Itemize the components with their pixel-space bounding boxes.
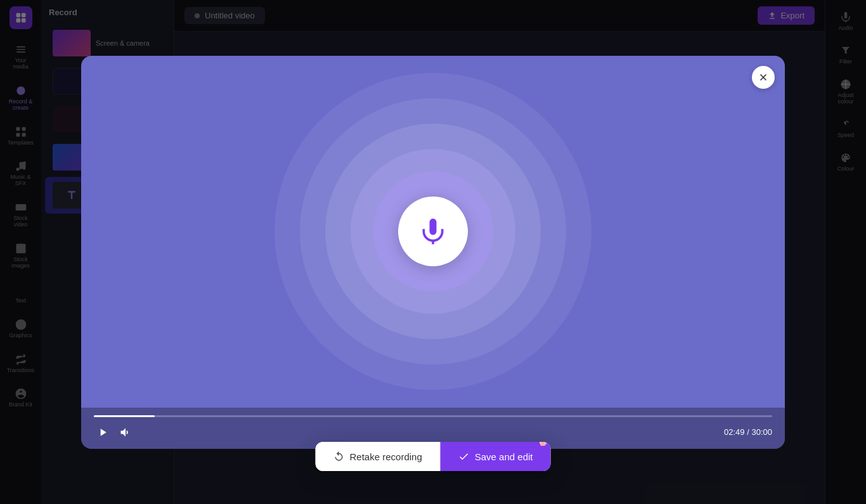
volume-button[interactable] bbox=[119, 426, 132, 439]
svg-rect-16 bbox=[540, 442, 541, 444]
svg-rect-15 bbox=[540, 442, 546, 446]
progress-bar-track[interactable] bbox=[94, 415, 772, 417]
play-button[interactable] bbox=[94, 423, 112, 441]
svg-rect-18 bbox=[545, 442, 546, 444]
video-bottom: 02:49 / 30:00 bbox=[94, 423, 772, 441]
ripple-container bbox=[275, 73, 591, 390]
mic-visual-area bbox=[81, 56, 785, 408]
svg-point-19 bbox=[540, 442, 541, 444]
checkmark-icon bbox=[458, 451, 470, 462]
modal-close-button[interactable] bbox=[752, 66, 775, 89]
retake-icon bbox=[333, 451, 345, 462]
save-and-edit-button[interactable]: Save and edit bbox=[441, 442, 551, 471]
recording-modal: 02:49 / 30:00 bbox=[81, 56, 785, 449]
play-icon bbox=[96, 426, 109, 439]
time-display: 02:49 / 30:00 bbox=[724, 427, 772, 437]
mic-circle bbox=[398, 197, 468, 266]
svg-rect-14 bbox=[542, 442, 543, 443]
action-bar: Retake recording Save and edit bbox=[316, 442, 551, 471]
retake-recording-button[interactable]: Retake recording bbox=[316, 442, 441, 471]
volume-icon bbox=[119, 426, 132, 439]
progress-bar-fill bbox=[94, 415, 155, 417]
modal-overlay: 02:49 / 30:00 Retake recording Save and … bbox=[0, 0, 866, 504]
microphone-icon bbox=[419, 217, 447, 245]
svg-rect-17 bbox=[544, 442, 545, 444]
